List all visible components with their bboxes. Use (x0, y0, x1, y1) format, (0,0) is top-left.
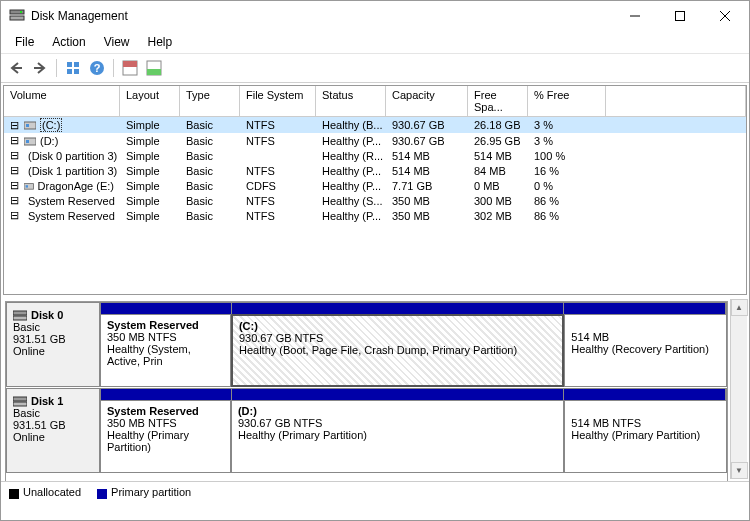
scroll-down-button[interactable]: ▼ (731, 462, 748, 479)
volume-row[interactable]: ⊟(C:)SimpleBasicNTFSHealthy (B...930.67 … (4, 117, 746, 133)
svg-rect-9 (67, 62, 72, 67)
svg-rect-19 (24, 122, 36, 129)
legend-unallocated: Unallocated (9, 486, 81, 498)
disk-row: Disk 1Basic931.51 GBOnlineSystem Reserve… (6, 388, 727, 474)
disk-info[interactable]: Disk 1Basic931.51 GBOnline (6, 388, 100, 473)
toolbar: ? (1, 54, 749, 83)
svg-rect-10 (74, 62, 79, 67)
partition[interactable]: 514 MBHealthy (Recovery Partition) (564, 314, 727, 387)
column-header[interactable]: Layout (120, 86, 180, 116)
volume-row[interactable]: ⊟(D:)SimpleBasicNTFSHealthy (P...930.67 … (4, 133, 746, 148)
window-title: Disk Management (31, 9, 612, 23)
volume-row[interactable]: ⊟DragonAge (E:)SimpleBasicCDFSHealthy (P… (4, 178, 746, 193)
menu-action[interactable]: Action (44, 33, 93, 51)
svg-rect-33 (13, 311, 27, 315)
partition[interactable]: 514 MB NTFSHealthy (Primary Partition) (564, 400, 727, 473)
menu-file[interactable]: File (7, 33, 42, 51)
svg-rect-27 (24, 183, 34, 189)
menubar: FileActionViewHelp (1, 31, 749, 54)
menu-view[interactable]: View (96, 33, 138, 51)
back-button[interactable] (5, 57, 27, 79)
volume-list: VolumeLayoutTypeFile SystemStatusCapacit… (3, 85, 747, 295)
partition[interactable]: (C:)930.67 GB NTFSHealthy (Boot, Page Fi… (231, 314, 564, 387)
legend-unallocated-label: Unallocated (23, 486, 81, 498)
svg-rect-4 (675, 12, 684, 21)
partition[interactable]: (D:)930.67 GB NTFSHealthy (Primary Parti… (231, 400, 564, 473)
column-header[interactable]: Capacity (386, 86, 468, 116)
menu-help[interactable]: Help (140, 33, 181, 51)
volume-row[interactable]: ⊟(Disk 0 partition 3)SimpleBasicHealthy … (4, 148, 746, 163)
toolbar-separator (56, 59, 57, 77)
refresh-button[interactable] (62, 57, 84, 79)
swatch-blue (97, 489, 107, 499)
svg-rect-36 (13, 402, 27, 406)
forward-button[interactable] (29, 57, 51, 79)
column-header[interactable]: % Free (528, 86, 606, 116)
svg-text:?: ? (94, 62, 101, 74)
svg-rect-28 (26, 185, 28, 187)
app-icon (9, 8, 25, 24)
volume-body[interactable]: ⊟(C:)SimpleBasicNTFSHealthy (B...930.67 … (4, 117, 746, 223)
column-header[interactable]: Volume (4, 86, 120, 116)
disk-graphical-view: Disk 0Basic931.51 GBOnlineSystem Reserve… (5, 301, 728, 501)
close-button[interactable] (702, 2, 747, 30)
scroll-up-button[interactable]: ▲ (731, 299, 748, 316)
column-header[interactable]: File System (240, 86, 316, 116)
svg-rect-1 (10, 16, 24, 20)
partition[interactable]: System Reserved350 MB NTFSHealthy (Prima… (100, 400, 231, 473)
swatch-black (9, 489, 19, 499)
svg-rect-16 (123, 61, 137, 67)
legend: Unallocated Primary partition (1, 481, 749, 503)
svg-rect-21 (24, 138, 36, 145)
column-header[interactable]: Status (316, 86, 386, 116)
maximize-button[interactable] (657, 2, 702, 30)
volume-row[interactable]: ⊟System ReservedSimpleBasicNTFSHealthy (… (4, 193, 746, 208)
svg-rect-20 (26, 124, 29, 127)
svg-rect-34 (13, 316, 27, 320)
minimize-button[interactable] (612, 2, 657, 30)
toolbar-separator (113, 59, 114, 77)
svg-rect-18 (147, 69, 161, 75)
legend-primary: Primary partition (97, 486, 191, 498)
svg-point-2 (20, 11, 22, 13)
view-bottom-button[interactable] (143, 57, 165, 79)
disk-scrollbar[interactable]: ▲ ▼ (730, 299, 747, 479)
disk-row: Disk 0Basic931.51 GBOnlineSystem Reserve… (6, 302, 727, 388)
volume-row[interactable]: ⊟(Disk 1 partition 3)SimpleBasicNTFSHeal… (4, 163, 746, 178)
partition[interactable]: System Reserved350 MB NTFSHealthy (Syste… (100, 314, 231, 387)
svg-rect-35 (13, 397, 27, 401)
svg-rect-11 (67, 69, 72, 74)
column-header[interactable]: Type (180, 86, 240, 116)
volume-header-row: VolumeLayoutTypeFile SystemStatusCapacit… (4, 86, 746, 117)
svg-rect-22 (26, 140, 29, 143)
titlebar: Disk Management (1, 1, 749, 31)
volume-row[interactable]: ⊟System ReservedSimpleBasicNTFSHealthy (… (4, 208, 746, 223)
help-button[interactable]: ? (86, 57, 108, 79)
svg-rect-12 (74, 69, 79, 74)
disk-info[interactable]: Disk 0Basic931.51 GBOnline (6, 302, 100, 387)
legend-primary-label: Primary partition (111, 486, 191, 498)
view-top-button[interactable] (119, 57, 141, 79)
column-header[interactable]: Free Spa... (468, 86, 528, 116)
